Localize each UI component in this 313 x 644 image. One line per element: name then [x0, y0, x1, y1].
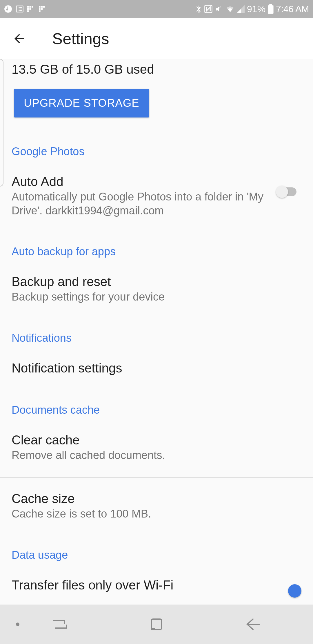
- back-button[interactable]: [12, 32, 26, 46]
- svg-rect-17: [39, 8, 41, 10]
- page-title: Settings: [52, 30, 109, 48]
- divider: [0, 477, 313, 478]
- svg-rect-22: [269, 4, 272, 6]
- setting-subtitle: Automatically put Google Photos into a f…: [12, 190, 270, 218]
- setting-title: Notification settings: [12, 360, 296, 376]
- svg-rect-19: [39, 10, 41, 12]
- back-nav-button[interactable]: [241, 613, 265, 636]
- setting-wifi-only[interactable]: Transfer files only over Wi-Fi: [0, 577, 313, 593]
- setting-clear-cache[interactable]: Clear cache Remove all cached documents.: [0, 432, 313, 462]
- grid-icon-1: [27, 5, 35, 13]
- nav-dot-icon: [16, 623, 19, 626]
- setting-title: Clear cache: [12, 432, 296, 448]
- nfc-icon: [204, 5, 213, 13]
- storage-usage-text: 13.5 GB of 15.0 GB used: [0, 62, 313, 77]
- status-system-icons: 91% 7:46 AM: [195, 4, 309, 15]
- svg-rect-10: [32, 6, 33, 8]
- svg-rect-12: [29, 8, 31, 10]
- battery-icon: [268, 4, 274, 14]
- wifi-icon: [225, 5, 235, 13]
- list-icon: [16, 5, 24, 13]
- settings-content[interactable]: 13.5 GB of 15.0 GB used UPGRADE STORAGE …: [0, 59, 313, 605]
- setting-subtitle: Backup settings for your device: [12, 290, 296, 304]
- clock: 7:46 AM: [276, 4, 309, 15]
- section-header-documents-cache: Documents cache: [0, 404, 313, 416]
- setting-backup-reset[interactable]: Backup and reset Backup settings for you…: [0, 274, 313, 304]
- battery-percentage: 91%: [247, 4, 265, 15]
- svg-rect-23: [151, 619, 162, 629]
- bluetooth-icon: [195, 5, 202, 13]
- status-bar: 91% 7:46 AM: [0, 0, 313, 18]
- section-header-auto-backup: Auto backup for apps: [0, 245, 313, 258]
- svg-rect-21: [268, 5, 273, 14]
- auto-add-toggle[interactable]: [276, 185, 299, 198]
- music-icon: [4, 5, 12, 13]
- setting-auto-add[interactable]: Auto Add Automatically put Google Photos…: [0, 173, 313, 218]
- svg-rect-11: [27, 8, 29, 10]
- setting-title: Transfer files only over Wi-Fi: [12, 577, 296, 593]
- setting-title: Backup and reset: [12, 274, 296, 290]
- wifi-only-toggle[interactable]: [288, 584, 301, 598]
- setting-subtitle: Cache size is set to 100 MB.: [12, 507, 296, 521]
- section-header-data-usage: Data usage: [0, 549, 313, 561]
- status-notification-icons: [4, 5, 47, 13]
- svg-rect-8: [27, 6, 29, 8]
- svg-rect-18: [41, 8, 43, 10]
- section-header-google-photos: Google Photos: [0, 145, 313, 158]
- setting-title: Auto Add: [12, 173, 270, 189]
- navigation-bar: [0, 605, 313, 644]
- scroll-indicator: [0, 59, 3, 187]
- setting-cache-size[interactable]: Cache size Cache size is set to 100 MB.: [0, 491, 313, 521]
- grid-icon-2: [39, 5, 47, 13]
- home-button[interactable]: [145, 613, 168, 636]
- svg-rect-14: [39, 6, 41, 8]
- section-header-notifications: Notifications: [0, 332, 313, 344]
- setting-notification-settings[interactable]: Notification settings: [0, 360, 313, 376]
- setting-title: Cache size: [12, 491, 296, 506]
- setting-subtitle: Remove all cached documents.: [12, 448, 296, 462]
- mute-icon: [215, 5, 223, 13]
- signal-icon: [237, 5, 245, 13]
- recents-button[interactable]: [48, 613, 72, 636]
- app-bar: Settings: [0, 18, 313, 59]
- svg-rect-15: [41, 6, 43, 8]
- svg-rect-24: [151, 628, 155, 629]
- svg-rect-9: [29, 6, 31, 8]
- svg-rect-13: [27, 10, 29, 12]
- svg-rect-16: [43, 6, 45, 8]
- upgrade-storage-button[interactable]: UPGRADE STORAGE: [14, 89, 149, 117]
